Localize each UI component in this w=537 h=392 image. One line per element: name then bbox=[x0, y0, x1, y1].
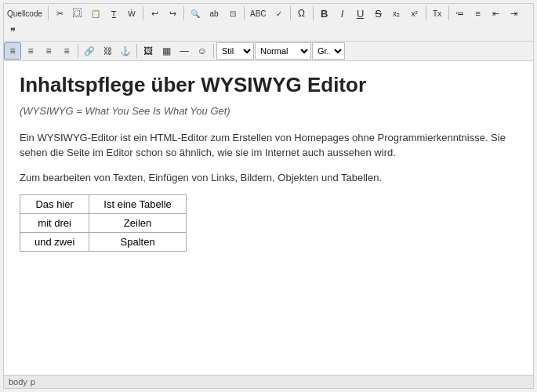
hline-btn[interactable]: — bbox=[176, 42, 193, 60]
toolbar-row-2: ≡ ≡ ≡ ≡ 🔗 ⛓ ⚓ 🖼 ▦ — ☺ Stil Normal Headin… bbox=[4, 42, 533, 61]
unlink-btn[interactable]: ⛓ bbox=[99, 42, 116, 60]
copy-btn[interactable]: ⿴ bbox=[69, 5, 86, 22]
anchor-btn[interactable]: ⚓ bbox=[117, 42, 134, 60]
status-p: p bbox=[31, 377, 35, 387]
content-paragraph1: Ein WYSIWYG-Editor ist ein HTML-Editor z… bbox=[20, 130, 517, 161]
sep8 bbox=[78, 44, 78, 58]
table-cell: Ist eine Tabelle bbox=[89, 195, 187, 214]
outdent-btn[interactable]: ⇤ bbox=[488, 5, 505, 22]
ol-btn[interactable]: ≔ bbox=[452, 5, 469, 22]
ul-btn[interactable]: ≡ bbox=[470, 5, 487, 22]
spellcheck2-btn[interactable]: ✓ bbox=[270, 5, 288, 22]
table-cell: mit drei bbox=[20, 214, 89, 233]
sep1 bbox=[143, 6, 143, 20]
link-btn[interactable]: 🔗 bbox=[81, 42, 98, 60]
image-btn[interactable]: 🖼 bbox=[140, 42, 157, 60]
editor-container: Quellcode ✂ ⿴ 📋 T̲ Ẇ ↩ ↪ 🔍 ab ⊡ ABC ✓ Ω … bbox=[3, 3, 534, 389]
format-select[interactable]: Normal Heading 1 Heading 2 Heading 3 bbox=[255, 42, 311, 60]
sep6 bbox=[426, 6, 426, 20]
align-center-btn[interactable]: ≡ bbox=[22, 42, 39, 60]
table-cell: Zeilen bbox=[89, 214, 187, 233]
table-row: mit dreiZeilen bbox=[20, 214, 187, 233]
table-cell: Spalten bbox=[89, 233, 187, 252]
undo-btn[interactable]: ↩ bbox=[146, 5, 163, 22]
bold-btn[interactable]: B bbox=[316, 5, 333, 22]
paste-word-btn[interactable]: Ẇ bbox=[123, 5, 140, 22]
table-row: und zweiSpalten bbox=[20, 233, 187, 252]
content-table: Das hierIst eine Tabellemit dreiZeilenun… bbox=[20, 194, 187, 252]
table-cell: und zwei bbox=[20, 233, 89, 252]
selectall-btn[interactable]: ⊡ bbox=[224, 5, 241, 22]
table-cell: Das hier bbox=[20, 195, 89, 214]
status-body: body bbox=[9, 377, 27, 387]
blockquote-btn[interactable]: ❞ bbox=[4, 23, 21, 40]
status-bar: body p bbox=[4, 375, 533, 388]
content-area[interactable]: Inhaltspflege über WYSIWYG Editor (WYSIW… bbox=[4, 61, 533, 375]
indent-btn[interactable]: ⇥ bbox=[506, 5, 523, 22]
sep10 bbox=[213, 44, 214, 58]
strike-btn[interactable]: S bbox=[370, 5, 387, 22]
spellcheck-btn[interactable]: ABC bbox=[247, 5, 270, 22]
toolbar-row-1: Quellcode ✂ ⿴ 📋 T̲ Ẇ ↩ ↪ 🔍 ab ⊡ ABC ✓ Ω … bbox=[4, 4, 533, 42]
source-btn[interactable]: Quellcode bbox=[4, 5, 45, 22]
style-select[interactable]: Stil bbox=[216, 42, 254, 60]
sep-after-source bbox=[48, 6, 49, 20]
sep3 bbox=[244, 6, 245, 20]
sep7 bbox=[448, 6, 449, 20]
sep5 bbox=[313, 6, 314, 20]
findreplace-btn[interactable]: ab bbox=[205, 5, 223, 22]
italic-btn[interactable]: I bbox=[334, 5, 351, 22]
font-select[interactable]: Gr... bbox=[312, 42, 345, 60]
sep9 bbox=[136, 44, 137, 58]
paste-btn[interactable]: 📋 bbox=[87, 5, 104, 22]
content-paragraph2: Zum bearbeiten von Texten, Einfügen von … bbox=[20, 170, 517, 186]
content-subtitle: (WYSIWYG = What You See Is What You Get) bbox=[20, 103, 517, 119]
paste-text-btn[interactable]: T̲ bbox=[105, 5, 122, 22]
align-left-btn[interactable]: ≡ bbox=[4, 42, 21, 60]
table-row: Das hierIst eine Tabelle bbox=[20, 195, 187, 214]
omega-btn[interactable]: Ω bbox=[293, 5, 310, 22]
align-justify-btn[interactable]: ≡ bbox=[58, 42, 75, 60]
sep2 bbox=[183, 6, 184, 20]
redo-btn[interactable]: ↪ bbox=[164, 5, 181, 22]
superscript-btn[interactable]: x² bbox=[406, 5, 423, 22]
subscript-btn[interactable]: x₂ bbox=[388, 5, 405, 22]
cut-btn[interactable]: ✂ bbox=[51, 5, 68, 22]
align-right-btn[interactable]: ≡ bbox=[40, 42, 57, 60]
smiley-btn[interactable]: ☺ bbox=[194, 42, 211, 60]
content-heading: Inhaltspflege über WYSIWYG Editor bbox=[20, 73, 517, 97]
removeformat-btn[interactable]: Tx bbox=[429, 5, 446, 22]
table-btn[interactable]: ▦ bbox=[158, 42, 175, 60]
sep4 bbox=[290, 6, 291, 20]
find-btn[interactable]: 🔍 bbox=[187, 5, 204, 22]
underline-btn[interactable]: U bbox=[352, 5, 369, 22]
